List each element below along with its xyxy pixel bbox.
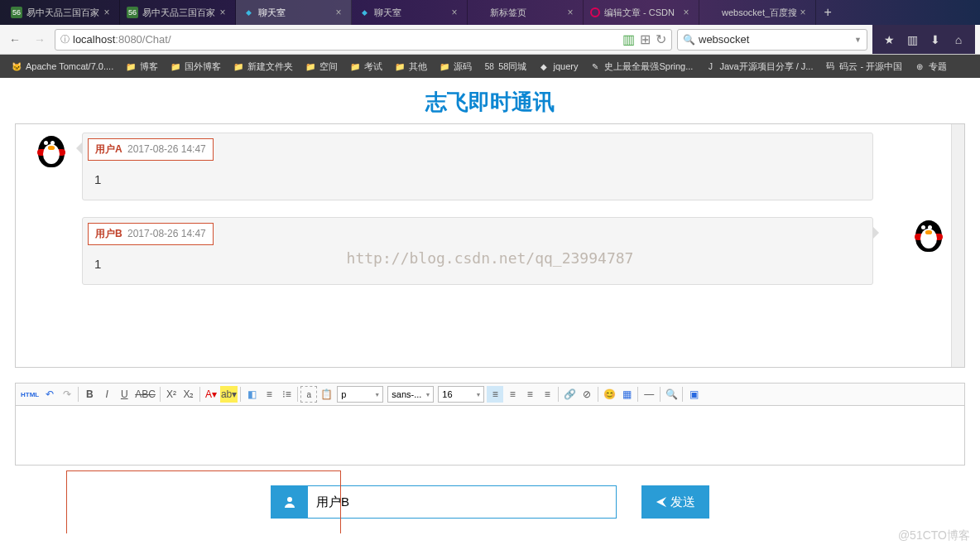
link-button[interactable]: 🔗 — [561, 386, 578, 403]
fullscreen-button[interactable]: ▣ — [685, 386, 702, 403]
underline-button[interactable]: U — [116, 386, 132, 403]
bookmark-icon: 📁 — [394, 60, 406, 72]
font-select[interactable]: sans-... — [387, 386, 434, 403]
html-button[interactable]: HTML — [19, 386, 41, 403]
bookmark-icon: 📁 — [125, 60, 137, 72]
url-path: :8080/Chat/ — [115, 33, 171, 46]
bookmark-item[interactable]: 📁源码 — [435, 59, 476, 75]
bookmark-item[interactable]: 📁考试 — [345, 59, 387, 75]
search-box[interactable]: 🔍 websocket ▼ — [677, 29, 867, 51]
newtab-button[interactable]: + — [816, 0, 839, 25]
bookmark-item[interactable]: ◆jquery — [534, 59, 582, 74]
browser-tab[interactable]: ◆聊天室× — [236, 0, 352, 25]
tab-title: 编辑文章 - CSDN — [604, 7, 680, 19]
align-center-button[interactable]: ≡ — [504, 386, 521, 403]
browser-tab[interactable]: 新标签页× — [468, 0, 584, 25]
forward-button[interactable]: → — [30, 30, 50, 50]
bookmark-item[interactable]: 📁国外博客 — [166, 59, 225, 75]
qr-icon[interactable]: ⊞ — [640, 31, 651, 47]
bookmark-item[interactable]: 📁空间 — [300, 59, 342, 75]
bookmark-item[interactable]: 📁其他 — [390, 59, 431, 75]
unlink-button[interactable]: ⊘ — [579, 386, 595, 403]
home-icon[interactable]: ⌂ — [950, 31, 967, 48]
tab-title: 聊天室 — [374, 7, 449, 19]
close-icon[interactable]: × — [449, 7, 460, 18]
sub-button[interactable]: X₂ — [180, 386, 197, 403]
chat-area: 用户A 2017-08-26 14:47 1 用户B 2017-08-26 14… — [15, 123, 965, 368]
bookmark-label: 博客 — [140, 60, 158, 73]
bold-button[interactable]: B — [81, 386, 98, 403]
close-icon[interactable]: × — [101, 7, 113, 18]
bookmark-icon: J — [704, 60, 716, 72]
align-justify-button[interactable]: ≡ — [539, 386, 555, 403]
bookmark-label: 58同城 — [498, 60, 526, 73]
close-icon[interactable]: × — [680, 7, 692, 18]
bookmark-icon: 📁 — [305, 60, 316, 72]
size-select[interactable]: 16 — [438, 386, 484, 403]
close-icon[interactable]: × — [564, 7, 576, 18]
bg-color-button[interactable]: ab▾ — [220, 386, 238, 403]
undo-button[interactable]: ↶ — [41, 386, 58, 403]
find-button[interactable]: 🔍 — [663, 386, 680, 403]
search-dropdown-icon[interactable]: ▼ — [854, 36, 862, 44]
reload-icon[interactable]: ↻ — [656, 31, 666, 47]
bookmark-icon: ◆ — [538, 60, 550, 72]
info-icon: ⓘ — [60, 33, 70, 46]
username-input[interactable] — [308, 486, 616, 518]
library-icon[interactable]: ▥ — [904, 31, 920, 48]
shield-icon[interactable]: ▥ — [622, 31, 635, 47]
browser-tab[interactable]: ◆聊天室× — [352, 0, 468, 25]
send-button[interactable]: 发送 — [641, 485, 709, 519]
close-icon[interactable]: × — [797, 7, 809, 18]
browser-tab[interactable]: 编辑文章 - CSDN× — [584, 0, 699, 25]
bookmark-item[interactable]: 码码云 - 开源中国 — [820, 59, 906, 75]
strike-button[interactable]: ABC — [133, 386, 157, 403]
back-button[interactable]: ← — [5, 30, 25, 50]
redo-button[interactable]: ↷ — [59, 386, 75, 403]
close-icon[interactable]: × — [333, 7, 344, 18]
message-header: 用户B 2017-08-26 14:47 — [88, 223, 214, 245]
bookmark-item[interactable]: ✎史上最全最强Spring... — [585, 59, 697, 75]
image-button[interactable]: ▦ — [618, 386, 635, 403]
message-bubble: 用户A 2017-08-26 14:47 1 — [82, 133, 873, 200]
select-button[interactable]: a — [300, 386, 317, 403]
browser-tab[interactable]: websocket_百度搜× — [699, 0, 816, 25]
input-area: 发送 — [0, 470, 980, 533]
star-icon[interactable]: ★ — [881, 31, 897, 48]
ul-button[interactable]: ⁝≡ — [278, 386, 295, 403]
close-icon[interactable]: × — [217, 7, 228, 18]
bookmark-item[interactable]: 5858同城 — [479, 59, 531, 75]
italic-button[interactable]: I — [98, 386, 115, 403]
sup-button[interactable]: X² — [163, 386, 180, 403]
font-color-button[interactable]: A▾ — [203, 386, 219, 403]
bookmark-item[interactable]: ⊕专题 — [910, 59, 951, 75]
bookmark-item[interactable]: 📁新建文件夹 — [228, 59, 297, 75]
align-left-button[interactable]: ≡ — [487, 386, 503, 403]
hr-button[interactable]: — — [641, 386, 657, 403]
tab-title: 易中天品三国百家 — [142, 7, 217, 19]
url-bar[interactable]: ⓘ localhost :8080/Chat/ ▥ ⊞ ↻ — [55, 29, 672, 51]
align-right-button[interactable]: ≡ — [521, 386, 538, 403]
bookmark-label: 其他 — [409, 60, 427, 73]
bookmark-icon: 58 — [483, 60, 495, 72]
tab-title: websocket_百度搜 — [722, 7, 797, 19]
tab-title: 聊天室 — [258, 7, 333, 19]
paste-button[interactable]: 📋 — [318, 386, 334, 403]
nav-bar: ← → ⓘ localhost :8080/Chat/ ▥ ⊞ ↻ 🔍 webs… — [0, 25, 980, 55]
format-select[interactable]: p — [337, 386, 383, 403]
download-icon[interactable]: ⬇ — [927, 31, 944, 48]
bookmark-icon: 📁 — [233, 60, 244, 72]
message-user: 用户B — [95, 228, 122, 239]
bookmark-item[interactable]: JJava开源项目分享 / J... — [700, 59, 817, 75]
browser-tab[interactable]: 56易中天品三国百家× — [120, 0, 236, 25]
bookmark-item[interactable]: 📁博客 — [121, 59, 162, 75]
emoji-button[interactable]: 😊 — [601, 386, 617, 403]
browser-tab[interactable]: 56易中天品三国百家× — [4, 0, 120, 25]
bookmark-item[interactable]: 🐱Apache Tomcat/7.0.... — [7, 59, 118, 74]
bookmark-label: jquery — [553, 61, 578, 71]
search-icon: 🔍 — [683, 34, 695, 46]
editor-textarea[interactable] — [15, 406, 965, 466]
ol-button[interactable]: ≡ — [261, 386, 277, 403]
editor-toolbar: HTML ↶ ↷ B I U ABC X² X₂ A▾ ab▾ ◧ ≡ ⁝≡ a… — [15, 383, 965, 406]
eraser-button[interactable]: ◧ — [243, 386, 260, 403]
